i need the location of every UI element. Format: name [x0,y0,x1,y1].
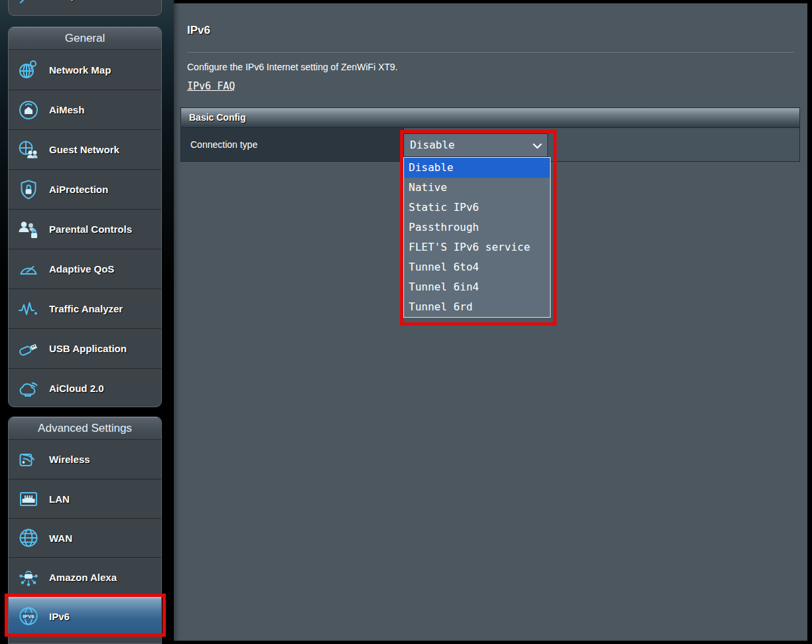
dropdown-option-passthrough[interactable]: Passthrough [404,218,550,237]
sidebar-item-aicloud[interactable]: AiCloud 2.0 [9,368,161,407]
amazon-alexa-icon [17,566,40,588]
sidebar-item-label: IPv6 [49,611,70,622]
connection-type-label: Connection type [181,128,404,161]
wan-icon [17,527,40,549]
page-title: IPv6 [187,24,210,37]
network-map-icon [17,58,40,81]
sidebar-item-parental-controls[interactable]: Parental Controls [9,209,161,249]
chevron-down-icon [533,143,542,149]
sidebar-item-label: Adaptive QoS [49,263,114,275]
sidebar-item-usb-application[interactable]: USB Application [9,328,161,368]
guest-network-icon [17,139,40,161]
aimesh-icon [17,99,40,121]
dropdown-option-flets[interactable]: FLET'S IPv6 service [404,237,550,257]
ipv6-icon: IPV6 [17,605,40,627]
ipv6-faq-link[interactable]: IPv6 FAQ [187,80,235,92]
sidebar-item-aiprotection[interactable]: AiProtection [9,169,161,209]
sidebar-item-label: Network Map [49,64,111,76]
select-value: Disable [410,139,454,151]
setup-wand-icon [17,0,40,6]
sidebar-section-title-general: General [9,27,161,50]
sidebar-section-title-advanced: Advanced Settings [9,417,161,440]
sidebar-item-lan[interactable]: LAN [9,479,161,518]
sidebar-item-adaptive-qos[interactable]: Adaptive QoS [9,249,161,289]
sidebar-item-label: AiMesh [49,104,84,115]
sidebar-item-ipv6[interactable]: IPV6 IPv6 [9,596,161,635]
sidebar-item-label: AiProtection [49,184,108,195]
traffic-analyzer-icon [17,298,40,320]
sidebar: Setup General Network Map [0,0,174,644]
main-content: IPv6 Configure the IPv6 Internet setting… [174,3,807,641]
dropdown-option-static-ipv6[interactable]: Static IPv6 [404,198,550,218]
sidebar-item-label: USB Application [49,343,127,354]
dropdown-option-tunnel-6to4[interactable]: Tunnel 6to4 [404,257,550,277]
dropdown-option-tunnel-6rd[interactable]: Tunnel 6rd [404,297,550,317]
lan-icon [17,487,40,510]
sidebar-section-general: General Network Map AiMesh [8,27,162,407]
dropdown-option-disable[interactable]: Disable [404,158,550,178]
title-divider [187,51,794,52]
highlight-box-connection-dropdown: Disable Disable Native Static IPv6 Passt… [400,130,557,326]
sidebar-item-label: Parental Controls [49,224,132,235]
sidebar-item-setup[interactable]: Setup [17,0,77,6]
sidebar-setup-box: Setup [8,0,162,16]
sidebar-item-label: Wireless [49,454,90,465]
sidebar-item-wireless[interactable]: Wireless [9,440,161,479]
sidebar-item-label: Guest Network [49,144,119,155]
aiprotection-icon [17,178,40,201]
sidebar-item-label: Traffic Analyzer [49,303,123,314]
sidebar-item-amazon-alexa[interactable]: Amazon Alexa [9,557,161,596]
sidebar-item-label: LAN [49,493,70,505]
page-description: Configure the IPv6 Internet setting of Z… [187,62,397,72]
sidebar-item-aimesh[interactable]: AiMesh [9,90,161,129]
parental-controls-icon [17,218,40,241]
aicloud-icon [17,377,40,400]
router-admin-page: Setup General Network Map [0,0,812,644]
sidebar-item-traffic-analyzer[interactable]: Traffic Analyzer [9,289,161,328]
basic-config-header: Basic Config [181,108,799,128]
sidebar-item-network-map[interactable]: Network Map [9,50,161,90]
dropdown-option-native[interactable]: Native [404,178,550,198]
sidebar-item-label: WAN [49,533,72,544]
svg-text:IPV6: IPV6 [23,613,34,619]
sidebar-item-label: AiCloud 2.0 [49,383,104,394]
sidebar-item-guest-network[interactable]: Guest Network [9,129,161,169]
sidebar-item-label: Amazon Alexa [49,572,117,583]
sidebar-item-wan[interactable]: WAN [9,518,161,557]
adaptive-qos-icon [17,258,40,281]
sidebar-item-label: Setup [49,0,77,1]
dropdown-option-tunnel-6in4[interactable]: Tunnel 6in4 [404,277,550,297]
usb-application-icon [14,334,44,363]
connection-type-select[interactable]: Disable [403,133,548,157]
sidebar-section-advanced: Advanced Settings Wireless LAN [8,417,162,644]
connection-type-option-list: Disable Native Static IPv6 Passthrough F… [403,157,551,318]
wireless-icon [17,448,40,471]
